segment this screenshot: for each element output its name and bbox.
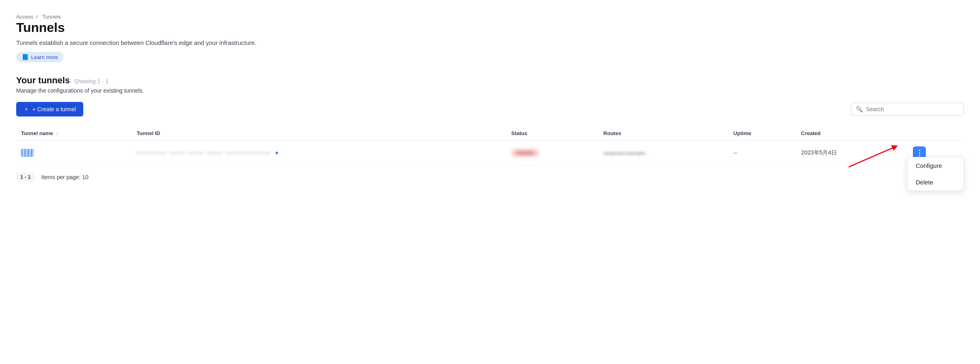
pagination: 1 - 1 Items per page: 10 [16, 173, 964, 181]
tunnel-id-value: xxxxxxxx-xxxx-xxxx-xxxx-xxxxxxxxxxxx [137, 150, 271, 156]
tunnel-routes-cell: redacted.example. [598, 141, 729, 165]
page-title: Tunnels [16, 20, 964, 35]
toolbar: ＋ + Create a tunnel 🔍 [16, 102, 964, 116]
breadcrumb-separator: / [36, 14, 39, 20]
col-created: Created [796, 126, 908, 141]
delete-menu-item[interactable]: Delete [908, 174, 963, 190]
plus-icon: ＋ [23, 106, 29, 113]
context-menu: Configure Delete [907, 157, 964, 191]
col-routes: Routes [598, 126, 729, 141]
section-showing: Showing 1 - 1 [74, 78, 109, 85]
tunnel-status-cell: inactive [507, 141, 599, 165]
created-value: 2023年5月4日 [801, 149, 837, 156]
status-badge: inactive [511, 149, 539, 157]
col-actions [908, 126, 964, 141]
tunnels-table-container: Tunnel name ↑ Tunnel ID Status Routes Up… [16, 126, 964, 165]
tunnel-actions-cell: ⋮ Configure Delete [908, 141, 964, 165]
table-row: xxxxxxxx-xxxx-xxxx-xxxx-xxxxxxxxxxxx ✦ i… [16, 141, 964, 165]
book-icon: 📘 [22, 54, 29, 60]
col-uptime: Uptime [729, 126, 796, 141]
tunnels-table: Tunnel name ↑ Tunnel ID Status Routes Up… [16, 126, 964, 165]
page-description: Tunnels establish a secure connection be… [16, 39, 964, 46]
tunnel-created-cell: 2023年5月4日 [796, 141, 908, 165]
external-link-icon[interactable]: ✦ [274, 149, 279, 157]
section-header: Your tunnels Showing 1 - 1 [16, 75, 964, 86]
search-input[interactable] [866, 106, 959, 112]
uptime-value: -- [733, 150, 737, 156]
tunnel-name-cell [16, 141, 132, 165]
section-description: Manage the configurations of your existi… [16, 87, 964, 94]
configure-menu-item[interactable]: Configure [908, 157, 963, 174]
table-body: xxxxxxxx-xxxx-xxxx-xxxx-xxxxxxxxxxxx ✦ i… [16, 141, 964, 165]
tunnel-id-cell: xxxxxxxx-xxxx-xxxx-xxxx-xxxxxxxxxxxx ✦ [132, 141, 507, 165]
items-per-page-label: Items per page: 10 [41, 174, 89, 180]
search-icon: 🔍 [856, 106, 863, 112]
tunnel-uptime-cell: -- [729, 141, 796, 165]
col-status: Status [507, 126, 599, 141]
section-title: Your tunnels [16, 75, 70, 86]
col-tunnel-name: Tunnel name ↑ [16, 126, 132, 141]
page-range: 1 - 1 [16, 173, 35, 181]
create-tunnel-button[interactable]: ＋ + Create a tunnel [16, 102, 83, 116]
breadcrumb: Access / Tunnels [16, 13, 964, 20]
breadcrumb-tunnels: Tunnels [42, 14, 61, 20]
routes-value: redacted.example. [603, 150, 646, 156]
table-header: Tunnel name ↑ Tunnel ID Status Routes Up… [16, 126, 964, 141]
learn-more-button[interactable]: 📘 Learn more [16, 52, 63, 62]
breadcrumb-access[interactable]: Access [16, 14, 33, 20]
tunnel-name-icon [21, 149, 34, 157]
col-tunnel-id: Tunnel ID [132, 126, 507, 141]
search-box: 🔍 [851, 103, 964, 116]
sort-arrow: ↑ [56, 131, 59, 136]
